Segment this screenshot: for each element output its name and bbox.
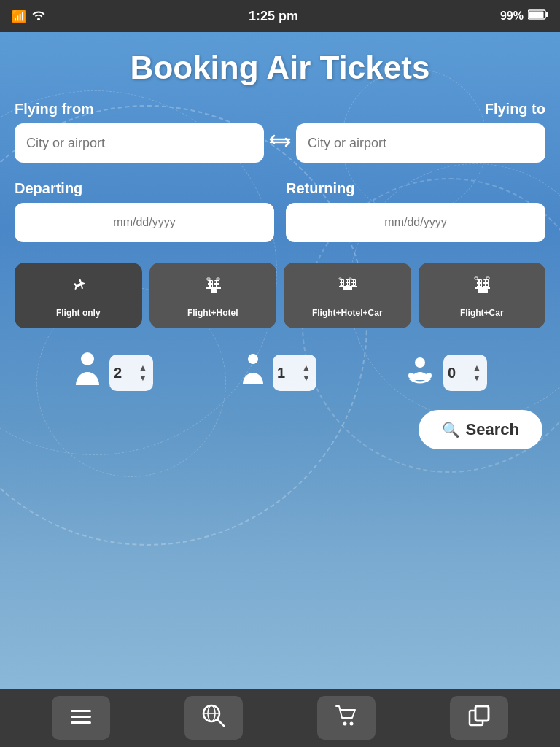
svg-rect-29 <box>354 280 355 282</box>
child-icon <box>241 352 265 394</box>
battery-percent: 99% <box>500 9 524 23</box>
svg-rect-18 <box>340 280 341 282</box>
date-section: Departing Returning <box>0 180 560 242</box>
svg-rect-14 <box>211 289 217 293</box>
children-value: 1 <box>277 365 285 382</box>
svg-rect-6 <box>208 285 209 287</box>
svg-rect-44 <box>483 284 485 286</box>
flying-from-input[interactable] <box>15 123 264 163</box>
svg-rect-5 <box>211 281 212 283</box>
svg-rect-21 <box>342 283 343 285</box>
flight-hotel-button[interactable]: Flight+Hotel <box>149 263 277 328</box>
signal-icon: 📶 <box>12 9 26 23</box>
location-section: Flying from Flying to <box>0 101 560 163</box>
globe-search-icon <box>201 703 227 734</box>
svg-rect-48 <box>486 277 489 279</box>
svg-rect-12 <box>217 285 219 287</box>
menu-icon <box>71 707 91 729</box>
flight-car-label: Flight+Car <box>460 308 504 318</box>
adults-group: 2 ▲ ▼ <box>73 350 153 395</box>
flight-car-button[interactable]: Flight+Car <box>419 263 546 328</box>
flight-hotel-car-icon <box>336 276 358 302</box>
adults-increment[interactable]: ▲ <box>137 363 149 373</box>
location-labels: Flying from Flying to <box>15 101 545 117</box>
flying-to-label: Flying to <box>485 101 545 117</box>
flight-hotel-car-label: Flight+Hotel+Car <box>312 308 383 318</box>
battery-icon <box>528 9 548 23</box>
flight-only-icon <box>67 276 89 302</box>
svg-rect-28 <box>351 280 353 282</box>
svg-rect-37 <box>477 280 478 282</box>
adults-decrement[interactable]: ▼ <box>137 373 149 383</box>
svg-rect-23 <box>346 280 347 282</box>
svg-rect-11 <box>214 285 216 287</box>
svg-line-61 <box>218 720 224 726</box>
svg-rect-40 <box>480 284 481 286</box>
wifi-icon <box>31 9 47 23</box>
svg-rect-39 <box>477 284 478 286</box>
flight-hotel-label: Flight+Hotel <box>187 308 238 318</box>
flight-only-label: Flight only <box>56 308 101 318</box>
nav-globe[interactable] <box>184 696 243 740</box>
svg-rect-4 <box>208 281 209 283</box>
location-inputs <box>15 123 545 163</box>
flight-hotel-car-button[interactable]: Flight+Hotel+Car <box>284 263 411 328</box>
svg-point-63 <box>350 721 354 725</box>
svg-point-50 <box>81 352 94 365</box>
svg-rect-10 <box>217 281 219 283</box>
svg-rect-35 <box>349 278 351 279</box>
date-inputs <box>15 203 545 242</box>
children-stepper: 1 ▲ ▼ <box>273 355 316 391</box>
svg-point-51 <box>248 354 258 364</box>
adults-value: 2 <box>114 365 122 382</box>
svg-rect-33 <box>343 287 352 290</box>
flight-hotel-icon <box>202 276 224 302</box>
children-group: 1 ▲ ▼ <box>241 352 316 394</box>
children-increment[interactable]: ▲ <box>300 363 312 373</box>
adults-stepper: 2 ▲ ▼ <box>109 355 153 391</box>
swap-icon[interactable] <box>264 133 296 152</box>
flying-to-input[interactable] <box>296 123 545 163</box>
passengers-row: 2 ▲ ▼ 1 ▲ ▼ <box>0 350 560 395</box>
adults-arrows: ▲ ▼ <box>137 363 149 383</box>
svg-rect-47 <box>475 277 478 279</box>
infants-decrement[interactable]: ▼ <box>471 373 483 383</box>
svg-point-53 <box>408 373 414 379</box>
returning-input[interactable] <box>286 203 545 242</box>
infants-increment[interactable]: ▲ <box>471 363 483 373</box>
departing-input[interactable] <box>15 203 274 242</box>
svg-rect-57 <box>71 721 91 724</box>
flight-car-icon <box>471 276 493 302</box>
infants-group: 0 ▲ ▼ <box>404 355 487 391</box>
nav-cart[interactable] <box>317 696 376 740</box>
svg-rect-25 <box>346 283 347 285</box>
svg-rect-38 <box>480 280 481 282</box>
app-title: Booking Air Tickets <box>0 32 560 101</box>
svg-rect-19 <box>342 280 343 282</box>
svg-rect-46 <box>475 287 490 289</box>
status-time: 1:25 pm <box>249 9 298 24</box>
svg-rect-55 <box>71 710 91 712</box>
infants-arrows: ▲ ▼ <box>471 363 483 383</box>
search-row: 🔍 Search <box>0 410 560 449</box>
search-icon: 🔍 <box>442 421 460 438</box>
svg-point-54 <box>426 373 432 379</box>
nav-copy[interactable] <box>450 696 508 740</box>
departing-label: Departing <box>15 180 274 197</box>
infants-stepper: 0 ▲ ▼ <box>443 355 487 391</box>
returning-label: Returning <box>286 180 545 197</box>
children-decrement[interactable]: ▼ <box>300 373 312 383</box>
nav-menu[interactable] <box>52 696 110 740</box>
main-content: Booking Air Tickets Flying from Flying t… <box>0 32 560 689</box>
infant-icon <box>404 355 436 390</box>
date-labels: Departing Returning <box>15 180 545 197</box>
search-button[interactable]: 🔍 Search <box>419 410 542 449</box>
flight-only-button[interactable]: Flight only <box>15 263 142 328</box>
cart-icon <box>335 705 358 732</box>
svg-rect-56 <box>71 716 91 718</box>
svg-point-62 <box>343 721 347 725</box>
svg-rect-24 <box>348 280 349 282</box>
svg-rect-9 <box>214 281 216 283</box>
svg-rect-34 <box>339 278 341 279</box>
status-bar: 📶 1:25 pm 99% <box>0 0 560 32</box>
